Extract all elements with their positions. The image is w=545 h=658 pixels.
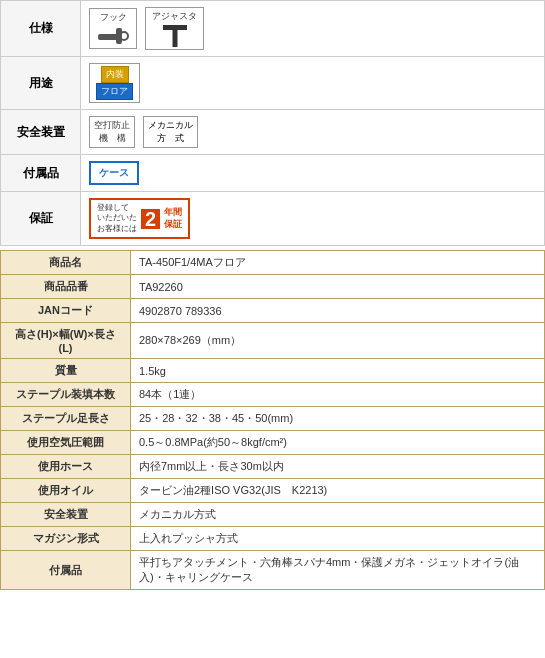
info-value-cell: 内径7mm以上・長さ30m以内 (131, 455, 545, 479)
info-value-cell: 4902870 789336 (131, 299, 545, 323)
hook-icon (96, 26, 130, 46)
info-value-cell: 0.5～0.8MPa(約50～8kgf/cm²) (131, 431, 545, 455)
info-label-cell: ステープル足長さ (1, 407, 131, 431)
info-value-cell: 280×78×269（mm） (131, 323, 545, 359)
info-table: 商品名TA-450F1/4MAフロア商品品番TA92260JANコード49028… (0, 250, 545, 590)
warranty-text-line2: いただいた (97, 213, 137, 223)
info-row: JANコード4902870 789336 (1, 299, 545, 323)
warranty-right-line1: 年間 (164, 207, 182, 219)
info-value-cell: 上入れプッシャ方式 (131, 527, 545, 551)
case-label: ケース (99, 166, 129, 180)
warranty-text-line1: 登録して (97, 203, 137, 213)
info-label-cell: マガジン形式 (1, 527, 131, 551)
naisou-bottom-label: フロア (96, 83, 133, 100)
warranty-text: 登録して いただいた お客様には (97, 203, 137, 234)
info-row: 使用オイルタービン油2種ISO VG32(JIS K2213) (1, 479, 545, 503)
spec-row-shiyou: 仕様 フック アジャスタ (1, 1, 545, 57)
hook-label: フック (100, 11, 127, 24)
warranty-number: 2 (141, 209, 160, 229)
info-row: マガジン形式上入れプッシャ方式 (1, 527, 545, 551)
spec-row-yoto: 用途 内装 フロア (1, 57, 545, 110)
info-row: 使用空気圧範囲0.5～0.8MPa(約50～8kgf/cm²) (1, 431, 545, 455)
adjuster-label: アジャスタ (152, 10, 197, 23)
warranty-text-line3: お客様には (97, 224, 137, 234)
safety-kuki-line1: 空打防止 (94, 119, 130, 132)
badge-safety-kuki: 空打防止 機 構 (89, 116, 135, 148)
info-row: 安全装置メカニカル方式 (1, 503, 545, 527)
info-label-cell: 商品名 (1, 251, 131, 275)
spec-value-shiyou: フック アジャスタ (81, 1, 545, 57)
warranty-right-line2: 保証 (164, 219, 182, 231)
spec-value-yoto: 内装 フロア (81, 57, 545, 110)
safety-mech-line1: メカニカル (148, 119, 193, 132)
spec-label-hosho: 保証 (1, 192, 81, 246)
info-label-cell: 使用ホース (1, 455, 131, 479)
spec-value-hosho: 登録して いただいた お客様には 2 年間 保証 (81, 192, 545, 246)
badge-naisou: 内装 フロア (89, 63, 140, 103)
badge-adjuster: アジャスタ (145, 7, 204, 50)
badge-warranty: 登録して いただいた お客様には 2 年間 保証 (89, 198, 190, 239)
info-value-cell: メカニカル方式 (131, 503, 545, 527)
info-value-cell: 25・28・32・38・45・50(mm) (131, 407, 545, 431)
info-label-cell: 高さ(H)×幅(W)×長さ(L) (1, 323, 131, 359)
info-label-cell: 質量 (1, 359, 131, 383)
spec-label-fuzokuhin: 付属品 (1, 155, 81, 192)
info-value-cell: TA-450F1/4MAフロア (131, 251, 545, 275)
info-row: 商品名TA-450F1/4MAフロア (1, 251, 545, 275)
info-label-cell: ステープル装填本数 (1, 383, 131, 407)
info-label-cell: 使用オイル (1, 479, 131, 503)
safety-kuki-line2: 機 構 (99, 132, 126, 145)
info-label-cell: 使用空気圧範囲 (1, 431, 131, 455)
info-row: 付属品平打ちアタッチメント・六角棒スパナ4mm・保護メガネ・ジェットオイラ(油入… (1, 551, 545, 590)
info-row: 商品品番TA92260 (1, 275, 545, 299)
info-row: 高さ(H)×幅(W)×長さ(L)280×78×269（mm） (1, 323, 545, 359)
spec-label-shiyou: 仕様 (1, 1, 81, 57)
info-label-cell: JANコード (1, 299, 131, 323)
info-value-cell: TA92260 (131, 275, 545, 299)
warranty-right-text: 年間 保証 (164, 207, 182, 230)
info-value-cell: タービン油2種ISO VG32(JIS K2213) (131, 479, 545, 503)
info-value-cell: 平打ちアタッチメント・六角棒スパナ4mm・保護メガネ・ジェットオイラ(油入)・キ… (131, 551, 545, 590)
info-value-cell: 1.5kg (131, 359, 545, 383)
info-row: ステープル装填本数84本（1連） (1, 383, 545, 407)
naisou-top-label: 内装 (101, 66, 129, 83)
info-value-cell: 84本（1連） (131, 383, 545, 407)
spec-label-anzen: 安全装置 (1, 110, 81, 155)
spec-row-hosho: 保証 登録して いただいた お客様には 2 年間 保証 (1, 192, 545, 246)
spec-label-yoto: 用途 (1, 57, 81, 110)
badge-case: ケース (89, 161, 139, 185)
spec-value-anzen: 空打防止 機 構 メカニカル 方 式 (81, 110, 545, 155)
info-label-cell: 付属品 (1, 551, 131, 590)
info-row: ステープル足長さ25・28・32・38・45・50(mm) (1, 407, 545, 431)
badge-safety-mech: メカニカル 方 式 (143, 116, 198, 148)
info-label-cell: 安全装置 (1, 503, 131, 527)
info-label-cell: 商品品番 (1, 275, 131, 299)
adjuster-t-icon (163, 25, 187, 47)
specs-table: 仕様 フック アジャスタ (0, 0, 545, 246)
spec-value-fuzokuhin: ケース (81, 155, 545, 192)
safety-mech-line2: 方 式 (157, 132, 184, 145)
badge-hook: フック (89, 8, 137, 49)
spec-row-fuzokuhin: 付属品 ケース (1, 155, 545, 192)
spec-row-anzen: 安全装置 空打防止 機 構 メカニカル 方 式 (1, 110, 545, 155)
info-row: 使用ホース内径7mm以上・長さ30m以内 (1, 455, 545, 479)
info-row: 質量1.5kg (1, 359, 545, 383)
